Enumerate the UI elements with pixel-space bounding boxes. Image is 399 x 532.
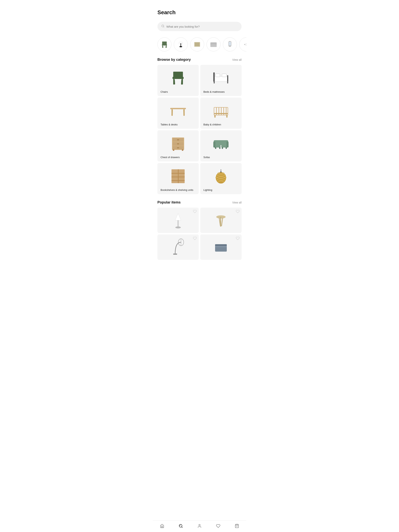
category-label-tables: Tables & desks — [161, 123, 196, 126]
category-image-bookshelves — [161, 166, 196, 186]
recent-item-lamp[interactable] — [174, 37, 188, 51]
category-image-lighting — [203, 166, 238, 186]
svg-rect-62 — [225, 147, 227, 149]
browse-title: Browse by category — [157, 58, 191, 62]
category-card-tables[interactable]: Tables & desks — [157, 98, 199, 129]
category-label-drawers: Chest of drawers — [161, 156, 196, 159]
svg-rect-9 — [179, 43, 183, 43]
svg-rect-65 — [171, 173, 185, 174]
category-card-lighting[interactable]: Lighting — [200, 163, 242, 194]
svg-rect-25 — [215, 74, 220, 77]
more-label: +14 — [244, 43, 246, 46]
popular-card-2[interactable] — [200, 208, 242, 233]
browse-view-all[interactable]: View all — [232, 58, 242, 61]
popular-image-1 — [171, 211, 185, 229]
svg-point-78 — [175, 227, 181, 228]
category-card-beds[interactable]: Beds & mattresses — [200, 65, 242, 96]
recent-item-lantern[interactable] — [223, 37, 237, 51]
popular-view-all[interactable]: View all — [232, 201, 242, 204]
svg-rect-13 — [195, 43, 199, 46]
category-image-tables — [161, 101, 196, 121]
svg-rect-47 — [177, 139, 179, 140]
search-bar-container — [153, 19, 246, 36]
popular-image-2 — [214, 211, 228, 229]
svg-rect-16 — [229, 42, 231, 45]
recent-item-chair[interactable] — [157, 37, 171, 51]
svg-point-76 — [219, 182, 224, 184]
category-card-sofas[interactable]: Sofas — [200, 130, 242, 161]
svg-rect-30 — [227, 81, 228, 83]
category-label-baby: Baby & children — [203, 123, 238, 126]
recent-item-rug[interactable] — [190, 37, 204, 51]
svg-rect-49 — [177, 144, 179, 144]
svg-rect-57 — [213, 142, 215, 147]
category-image-baby — [203, 101, 238, 121]
svg-rect-26 — [222, 74, 226, 77]
category-image-beds — [203, 68, 238, 88]
category-label-beds: Beds & mattresses — [203, 90, 238, 93]
svg-rect-42 — [214, 113, 228, 114]
svg-rect-43 — [214, 115, 215, 117]
category-label-lighting: Lighting — [203, 189, 238, 191]
svg-rect-29 — [214, 81, 215, 83]
browse-section-header: Browse by category View all — [157, 58, 242, 62]
svg-line-1 — [163, 27, 164, 27]
svg-rect-60 — [219, 147, 220, 149]
svg-rect-27 — [213, 72, 215, 82]
popular-section: Popular items View all — [153, 200, 246, 266]
svg-rect-51 — [177, 147, 179, 148]
svg-rect-10 — [180, 43, 181, 46]
popular-card-4[interactable] — [200, 234, 242, 260]
svg-rect-14 — [210, 43, 217, 47]
search-icon — [161, 25, 164, 28]
recent-items-row: +14 — [153, 36, 246, 58]
popular-card-1[interactable] — [157, 208, 199, 233]
svg-point-11 — [180, 46, 182, 47]
svg-rect-3 — [162, 44, 167, 45]
category-label-sofas: Sofas — [203, 156, 238, 159]
svg-rect-44 — [226, 115, 228, 117]
svg-rect-18 — [173, 72, 183, 77]
browse-section: Browse by category View all Chairs — [153, 58, 246, 200]
svg-rect-52 — [173, 149, 174, 151]
svg-rect-88 — [215, 244, 227, 246]
category-card-chairs[interactable]: Chairs — [157, 65, 199, 96]
svg-rect-82 — [221, 218, 223, 226]
category-image-chairs — [161, 68, 196, 88]
category-label-chairs: Chairs — [161, 90, 196, 93]
svg-rect-24 — [214, 76, 228, 82]
popular-image-3 — [171, 238, 185, 256]
svg-rect-28 — [227, 75, 228, 82]
svg-rect-58 — [226, 142, 229, 147]
svg-rect-53 — [182, 149, 183, 151]
heart-icon-2[interactable] — [236, 209, 240, 213]
svg-rect-17 — [229, 46, 231, 47]
popular-grid — [157, 208, 242, 260]
search-bar[interactable] — [157, 22, 242, 31]
svg-rect-66 — [171, 177, 185, 177]
search-input[interactable] — [166, 25, 238, 28]
page-title: Search — [157, 9, 242, 16]
recent-item-more[interactable]: +14 — [239, 37, 246, 51]
heart-icon-3[interactable] — [193, 236, 197, 240]
category-grid: Chairs Beds & — [157, 65, 242, 194]
heart-icon-4[interactable] — [236, 236, 240, 240]
svg-rect-19 — [173, 77, 184, 79]
category-card-baby[interactable]: Baby & children — [200, 98, 242, 129]
category-card-bookshelves[interactable]: Bookshelves & shelving units — [157, 163, 199, 194]
popular-card-3[interactable] — [157, 234, 199, 260]
svg-rect-67 — [171, 180, 185, 181]
svg-rect-85 — [173, 253, 177, 255]
category-image-drawers — [161, 133, 196, 153]
svg-rect-77 — [178, 220, 179, 227]
recent-item-blanket[interactable] — [206, 37, 220, 51]
svg-rect-31 — [170, 108, 186, 109]
category-label-bookshelves: Bookshelves & shelving units — [161, 189, 196, 191]
category-image-sofas — [203, 133, 238, 153]
popular-title: Popular items — [157, 200, 180, 204]
svg-rect-2 — [162, 41, 167, 44]
popular-image-4 — [214, 238, 228, 256]
svg-rect-64 — [178, 169, 179, 183]
category-card-drawers[interactable]: Chest of drawers — [157, 130, 199, 161]
heart-icon-1[interactable] — [193, 209, 197, 213]
